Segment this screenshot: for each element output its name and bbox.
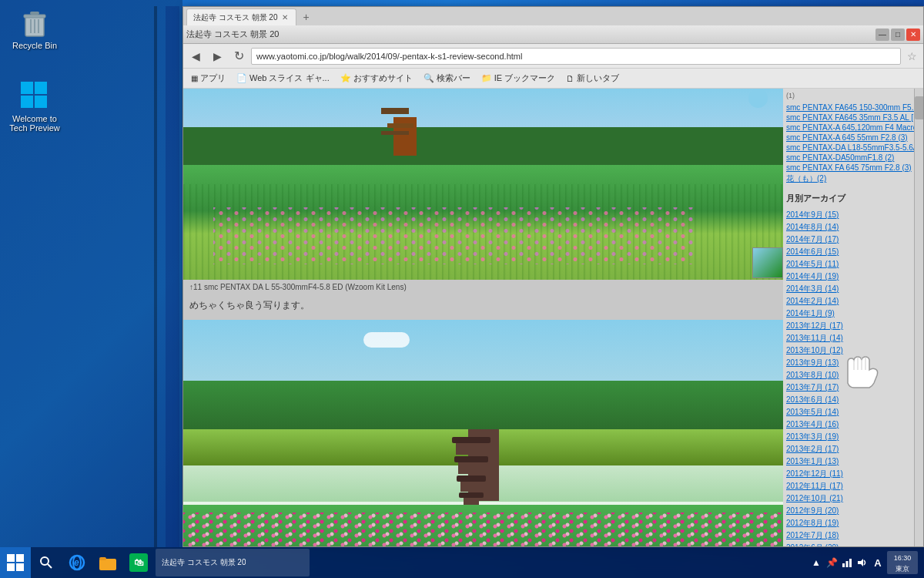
back-btn[interactable]: ◀ — [186, 47, 205, 66]
tray-notification-area[interactable]: 16:30 東京 — [887, 551, 918, 574]
bookmark-label-4: 検索バー — [437, 72, 470, 84]
sidebar-link-201406[interactable]: 2014年6月 (15) — [786, 246, 911, 258]
sidebar-link-fa645-35[interactable]: smc PENTAX FA645 35mm F3.5 AL [IF] (1) — [786, 113, 911, 123]
sidebar-link-201211[interactable]: 2012年11月 (17) — [786, 480, 911, 492]
sidebar-link-201207[interactable]: 2012年7月 (18) — [786, 529, 911, 542]
bookmark-newtab[interactable]: 🗋 新しいタブ — [561, 71, 624, 86]
tray-network-icon[interactable] — [841, 556, 853, 569]
sidebar-link-fa645-75[interactable]: smc PENTAX FA 645 75mm F2.8 (3) — [786, 163, 911, 173]
ie-bookmarks-icon: 📁 — [481, 73, 492, 83]
tray-arrow-icon[interactable]: ▲ — [810, 556, 822, 569]
sidebar-link-201405[interactable]: 2014年5月 (11) — [786, 258, 911, 271]
search-icon — [39, 556, 53, 570]
svg-point-18 — [41, 557, 49, 565]
hand-pointer-icon — [840, 351, 909, 389]
bookmark-label-6: 新しいタブ — [577, 72, 619, 84]
svg-rect-16 — [7, 563, 15, 571]
taskbar-browser-label: 法起寺 コスモス 朝景 20 — [162, 557, 246, 568]
sidebar-link-201306[interactable]: 2013年6月 (14) — [786, 394, 911, 406]
taskbar-browser-item[interactable]: 法起寺 コスモス 朝景 20 — [156, 549, 310, 576]
start-button[interactable] — [0, 547, 31, 578]
svg-rect-2 — [30, 12, 39, 15]
sidebar-link-hana[interactable]: 花（も）(2) — [786, 173, 911, 185]
sidebar-link-da50[interactable]: smc PENTAX-DA50mmF1.8 (2) — [786, 153, 911, 163]
windows-logo-icon[interactable]: Welcome to Tech Preview — [4, 77, 65, 136]
caption-1: ↑11 smc PENTAX DA L 55-300mmF4-5.8 ED (W… — [183, 280, 783, 294]
sidebar-link-201311[interactable]: 2013年11月 (14) — [786, 332, 911, 344]
sidebar-link-201304[interactable]: 2013年4月 (16) — [786, 418, 911, 431]
sidebar-link-201407[interactable]: 2014年7月 (17) — [786, 234, 911, 246]
address-bar[interactable] — [251, 48, 901, 65]
sidebar-link-201403[interactable]: 2014年3月 (14) — [786, 283, 911, 295]
scrollbar[interactable] — [914, 89, 923, 546]
favorites-star[interactable]: ☆ — [904, 50, 920, 62]
bookmark-label-2: Web スライス ギャ... — [249, 72, 330, 84]
tray-volume-icon[interactable] — [856, 556, 869, 569]
sidebar-top: (1) — [786, 92, 911, 99]
bookmark-recommended[interactable]: ⭐ おすすめサイト — [336, 71, 417, 86]
close-btn[interactable]: ✕ — [906, 29, 920, 41]
taskbar-store-icon[interactable]: 🛍 — [123, 547, 154, 578]
svg-rect-9 — [35, 96, 47, 108]
forward-btn[interactable]: ▶ — [208, 47, 226, 66]
bookmark-apps[interactable]: ▦ アプリ — [186, 71, 230, 86]
recycle-bin-icon[interactable]: Recycle Bin — [4, 4, 65, 53]
svg-rect-26 — [846, 561, 849, 567]
nav-bar: ◀ ▶ ↻ ☆ — [183, 44, 923, 69]
panel-line-2 — [166, 6, 179, 547]
sidebar-link-201302[interactable]: 2013年2月 (17) — [786, 443, 911, 455]
svg-marker-28 — [858, 559, 863, 566]
bookmark-searchbar[interactable]: 🔍 検索バー — [419, 71, 475, 86]
svg-rect-17 — [16, 563, 24, 571]
sidebar-link-201409[interactable]: 2014年9月 (15) — [786, 209, 911, 221]
svg-rect-7 — [35, 82, 47, 94]
article-area: ↑11 smc PENTAX DA L 55-300mmF4-5.8 ED (W… — [183, 89, 783, 546]
monthly-archive-title: 月別アーカイブ — [786, 191, 911, 206]
bookmark-ie[interactable]: 📁 IE ブックマーク — [477, 71, 560, 86]
panel-line-1 — [154, 6, 157, 547]
taskbar-ie-icon[interactable]: e — [62, 547, 92, 578]
bookmark-icon: ▦ — [191, 74, 198, 82]
tab-close-btn[interactable]: ✕ — [280, 13, 290, 22]
sidebar-link-201212[interactable]: 2012年12月 (11) — [786, 468, 911, 480]
sidebar-link-201402[interactable]: 2014年2月 (14) — [786, 295, 911, 307]
tray-pin-icon[interactable]: 📌 — [825, 556, 838, 569]
desktop: Recycle Bin Welcome to Tech Preview 法起寺 … — [0, 0, 924, 578]
svg-rect-15 — [16, 554, 24, 562]
clock-time: 16:30 東京 — [887, 551, 918, 574]
recommended-icon: ⭐ — [340, 73, 351, 83]
image-2 — [183, 320, 783, 546]
svg-rect-25 — [842, 563, 845, 567]
newtab-icon: 🗋 — [566, 74, 574, 83]
sidebar-link-201208[interactable]: 2012年8月 (19) — [786, 517, 911, 529]
sidebar-link-201301[interactable]: 2013年1月 (13) — [786, 455, 911, 468]
windows-label: Welcome to Tech Preview — [9, 114, 59, 133]
browser-tab[interactable]: 法起寺 コスモス 朝景 20 ✕ — [186, 8, 296, 25]
sidebar-link-a645-120[interactable]: smc PENTAX-A 645,120mm F4 Macro (3) — [786, 123, 911, 133]
svg-line-19 — [48, 564, 52, 568]
refresh-btn[interactable]: ↻ — [229, 47, 248, 66]
sidebar-link-a645-55[interactable]: smc PENTAX-A 645 55mm F2.8 (3) — [786, 133, 911, 143]
sidebar-link-201401[interactable]: 2014年1月 (9) — [786, 307, 911, 320]
taskbar-explorer-icon[interactable] — [92, 547, 123, 578]
title-controls: — □ ✕ — [875, 29, 920, 41]
minimize-btn[interactable]: — — [875, 29, 889, 41]
sidebar-link-201312[interactable]: 2013年12月 (17) — [786, 320, 911, 332]
tray-text-icon[interactable]: A — [872, 556, 884, 569]
new-tab-btn[interactable]: + — [296, 8, 315, 25]
sidebar-link-dal18[interactable]: smc PENTAX-DA L18-55mmF3.5-5.6AL (1) — [786, 143, 911, 153]
scrollbar-thumb[interactable] — [915, 96, 923, 119]
windows-start-icon — [7, 554, 24, 571]
sidebar-link-fa645-150[interactable]: smc PENTAX FA645 150-300mm F5.6 ED[IF] (… — [786, 102, 911, 113]
sidebar-link-201209[interactable]: 2012年9月 (20) — [786, 505, 911, 517]
sidebar-link-201305[interactable]: 2013年5月 (14) — [786, 406, 911, 418]
sidebar-link-201303[interactable]: 2013年3月 (19) — [786, 431, 911, 443]
sidebar-link-201404[interactable]: 2014年4月 (19) — [786, 271, 911, 283]
sidebar-link-201210[interactable]: 2012年10月 (21) — [786, 492, 911, 505]
maximize-btn[interactable]: □ — [891, 29, 905, 41]
sidebar-link-201206[interactable]: 2012年6月 (20) — [786, 542, 911, 546]
bookmark-webslice[interactable]: 📄 Web スライス ギャ... — [232, 71, 334, 86]
search-button[interactable] — [31, 547, 62, 578]
svg-text:e: e — [74, 557, 79, 568]
sidebar-link-201408[interactable]: 2014年8月 (14) — [786, 221, 911, 234]
